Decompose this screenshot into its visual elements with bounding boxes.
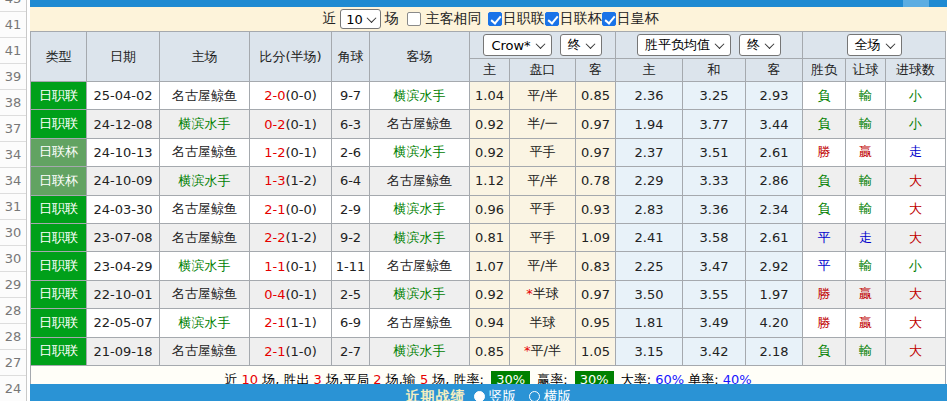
home-team-cell: 横滨水手 [160,167,250,195]
ah-line-text: 平/半 [527,88,557,103]
recent-count-select[interactable]: 10 [340,9,381,29]
date-cell: 24-03-30 [87,195,160,223]
away-team-name: 横滨水手 [394,343,446,358]
bookmaker-select-value: Crow* [491,38,530,53]
result-goals: 大 [886,280,946,308]
avg-home-odds: 2.41 [616,223,683,251]
avg-home-odds: 2.29 [616,167,683,195]
layout-option-2[interactable]: 横版 [529,388,572,401]
rail-number: 34 [0,167,26,194]
score-cell: 0-4(0-1) [250,280,332,308]
away-team-name: 横滨水手 [394,230,446,245]
average-odds-select[interactable]: 胜平负均值 [637,34,731,56]
corner-cell: 2-9 [332,195,370,223]
home-team-name: 横滨水手 [179,258,231,273]
avg-away-odds: 2.18 [746,337,803,365]
result-outcome: 負 [803,110,846,138]
score-cell: 0-2(0-1) [250,110,332,138]
score-cell: 2-0(0-0) [250,82,332,110]
score-cell: 1-1(0-1) [250,252,332,280]
result-goals: 大 [886,223,946,251]
rail-number: 41 [0,11,26,38]
ah-line-cell: *平/半 [510,337,576,365]
ah-away-odds: 0.97 [576,138,616,166]
avg-away-odds: 2.61 [746,138,803,166]
away-team-name: 名古屋鲸鱼 [387,116,452,131]
away-team-name: 横滨水手 [394,88,446,103]
checkbox-competition-3[interactable] [602,12,616,26]
ah-line-cell: 平手 [510,195,576,223]
competition-group-1[interactable]: 日职联 [488,10,545,28]
score-cell: 1-3(1-2) [250,167,332,195]
ah-line-text: 平手 [530,144,556,159]
full-time-score: 0-4 [264,287,285,302]
type-badge: 日职联 [31,110,87,138]
bookmaker-stage-select[interactable]: 终 [560,34,602,56]
radio-button[interactable] [474,391,485,401]
rail-number: 28 [0,323,26,350]
avg-draw-odds: 3.49 [683,309,746,337]
column-header-type: 类型 [31,32,87,82]
rail-number: 30 [0,219,26,246]
type-badge: 日职联 [31,223,87,251]
filter-checkboxes: 主客相同日职联日联杯日皇杯 [403,10,659,28]
table-row: 日职联25-04-02名古屋鲸鱼2-0(0-0)9-7横滨水手1.04平/半0.… [31,82,946,110]
away-team-name: 名古屋鲸鱼 [387,315,452,330]
away-team-name: 名古屋鲸鱼 [387,258,452,273]
same-venue-group[interactable]: 主客相同 [407,10,482,28]
avg-draw-odds: 3.55 [683,280,746,308]
subheader-ah-away: 客 [576,59,616,82]
checkbox-competition-2[interactable] [545,12,559,26]
average-stage-select[interactable]: 终 [739,34,781,56]
full-time-score: 2-2 [264,230,285,245]
home-team-name: 横滨水手 [179,116,231,131]
ah-line-cell: 半球 [510,309,576,337]
avg-away-odds: 4.20 [746,309,803,337]
home-team-name: 横滨水手 [179,315,231,330]
half-time-score: (1-0) [285,344,316,359]
avg-home-odds: 2.25 [616,252,683,280]
competition-group-2[interactable]: 日联杯 [545,10,602,28]
competition-group-3[interactable]: 日皇杯 [602,10,659,28]
ah-line-text: 平手 [530,201,556,216]
result-handicap: 贏 [846,309,886,337]
avg-draw-odds: 3.47 [683,252,746,280]
checkbox-competition-1[interactable] [488,12,502,26]
result-outcome: 平 [803,252,846,280]
away-team-cell: 横滨水手 [370,138,470,166]
scope-select[interactable]: 全场 [847,34,902,56]
avg-away-odds: 2.86 [746,167,803,195]
ah-home-odds: 1.07 [470,252,510,280]
avg-home-odds: 2.83 [616,195,683,223]
away-team-cell: 横滨水手 [370,82,470,110]
result-handicap: 輸 [846,337,886,365]
result-goals: 小 [886,82,946,110]
filter-bar: 近 10 场 主客相同日职联日联杯日皇杯 [30,7,947,31]
layout-option-1[interactable]: 竖版 [474,388,517,401]
half-time-score: (0-1) [285,259,316,274]
avg-draw-odds: 3.58 [683,223,746,251]
bookmaker-select[interactable]: Crow* [483,34,551,56]
corner-cell: 6-9 [332,309,370,337]
ah-home-odds: 1.12 [470,167,510,195]
radio-button[interactable] [529,391,540,401]
result-handicap: 輸 [846,82,886,110]
away-team-cell: 横滨水手 [370,223,470,251]
ah-home-odds: 1.04 [470,82,510,110]
away-team-cell: 横滨水手 [370,280,470,308]
half-time-score: (1-2) [285,173,316,188]
result-goals: 大 [886,337,946,365]
rail-number: 28 [0,297,26,324]
score-cell: 2-1(0-0) [250,195,332,223]
avg-away-odds: 2.92 [746,252,803,280]
layout-option-label: 竖版 [489,388,517,401]
rail-number: 30 [0,245,26,272]
table-row: 日职联22-05-07横滨水手2-1(1-1)6-9名古屋鲸鱼0.94半球0.9… [31,309,946,337]
checkbox-same-venue[interactable] [407,12,421,26]
ah-home-odds: 0.92 [470,280,510,308]
rail-number: 27 [0,349,26,376]
main-panel: 近 10 场 主客相同日职联日联杯日皇杯 类型 日期 主场 比分(半场) [30,0,947,401]
result-outcome: 負 [803,82,846,110]
avg-home-odds: 2.37 [616,138,683,166]
result-goals: 大 [886,167,946,195]
